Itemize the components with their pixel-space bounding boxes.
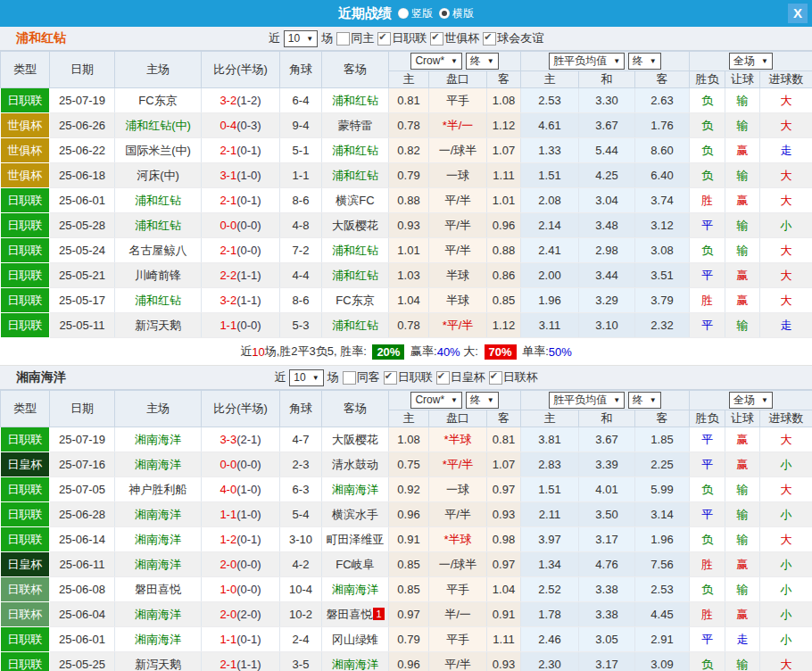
halftime-score: (0-0)	[236, 583, 261, 596]
handicap-line: 一/球半	[429, 552, 487, 577]
odds-away: 0.85	[487, 288, 521, 313]
away-team: 清水鼓动	[322, 452, 389, 477]
sub-goals: 进球数	[760, 410, 812, 427]
odds-home: 0.91	[389, 527, 429, 552]
result-cell: 平	[690, 263, 725, 288]
odds-company-select[interactable]: Crow*▼	[410, 392, 462, 409]
filter-checkbox-日联杯[interactable]: 日联杯	[489, 369, 538, 385]
halftime-score: (1-2)	[236, 94, 261, 107]
goals-cell: 小	[760, 502, 812, 527]
league-badge: 日职联	[1, 88, 50, 113]
avg-away: 6.40	[635, 163, 690, 188]
league-badge: 日联杯	[1, 602, 50, 627]
filter-checkbox-日职联[interactable]: 日职联	[384, 369, 433, 385]
match-score: 2-1(1-1)	[202, 652, 280, 671]
avg-select[interactable]: 胜平负均值▼	[549, 53, 625, 70]
checkbox-label: 日职联	[398, 369, 433, 385]
checkbox-label: 日皇杯	[451, 369, 485, 385]
match-count-select[interactable]: 10▼	[284, 30, 318, 47]
summary-text: 单率:	[519, 344, 549, 360]
goals-cell: 走	[760, 313, 812, 338]
match-count-select[interactable]: 10▼	[289, 369, 323, 386]
away-team: FC东京	[322, 288, 389, 313]
titlebar: 近期战绩 竖版 横版 X	[0, 0, 812, 27]
avg-draw: 3.44	[579, 263, 635, 288]
match-date: 25-06-26	[50, 113, 115, 138]
handicap-result-cell: 赢	[725, 188, 760, 213]
filter-checkbox-同客[interactable]: 同客	[343, 369, 380, 385]
home-team: 国际米兰(中)	[115, 138, 202, 163]
goals-cell: 小	[760, 577, 812, 602]
away-team: 浦和红钻	[322, 88, 389, 113]
layout-radio-vertical[interactable]: 竖版	[398, 6, 433, 21]
filter-checkbox-同主[interactable]: 同主	[336, 30, 374, 46]
col-date: 日期	[50, 391, 115, 427]
home-team: 湘南海洋	[115, 602, 202, 627]
avg-select[interactable]: 胜平负均值▼	[549, 392, 625, 409]
handicap-line: 一/球半	[429, 138, 487, 163]
table-row: 日职联25-06-01湘南海洋1-1(0-1)2-4冈山绿雉0.79平手1.11…	[1, 627, 812, 652]
odds-company-select[interactable]: Crow*▼	[410, 53, 462, 70]
league-badge: 日职联	[1, 627, 50, 652]
layout-radio-horizontal[interactable]: 横版	[439, 6, 474, 21]
league-badge: 日职联	[1, 288, 50, 313]
handicap-result-cell: 输	[725, 502, 760, 527]
filter-checkbox-日职联[interactable]: 日职联	[377, 30, 427, 46]
corner-count: 6-4	[280, 88, 322, 113]
odds-away: 0.88	[487, 238, 521, 263]
avg-home: 1.51	[521, 163, 579, 188]
home-team: 神户胜利船	[115, 477, 202, 502]
goals-cell: 小	[760, 213, 812, 238]
halftime-score: (2-0)	[236, 608, 261, 621]
away-team: 冈山绿雉	[322, 627, 389, 652]
avg-draw: 3.05	[579, 627, 635, 652]
avg-draw: 3.10	[579, 313, 635, 338]
away-team: 浦和红钻	[322, 138, 389, 163]
match-date: 25-06-01	[50, 627, 115, 652]
result-cell: 平	[690, 313, 725, 338]
league-badge: 日联杯	[1, 577, 50, 602]
avg-final-select-value: 终	[633, 393, 643, 408]
home-team: 湘南海洋	[115, 627, 202, 652]
league-badge: 世俱杯	[1, 163, 50, 188]
checkbox-label: 日职联	[392, 30, 427, 46]
filter-checkbox-世俱杯[interactable]: 世俱杯	[430, 30, 479, 46]
halftime-score: (0-1)	[236, 194, 261, 207]
fulltime-select[interactable]: 全场▼	[729, 53, 773, 70]
team-filterbar: 湘南海洋近10▼场同客日职联日皇杯日联杯	[0, 366, 812, 390]
result-cell: 胜	[690, 602, 725, 627]
halftime-score: (0-0)	[236, 458, 261, 471]
checkbox-icon	[336, 32, 350, 46]
home-team: 河床(中)	[115, 163, 202, 188]
odds-final-select[interactable]: 终▼	[466, 392, 499, 409]
table-row: 日职联25-05-28浦和红钻0-0(0-0)4-8大阪樱花0.93平/半0.9…	[1, 213, 812, 238]
filter-checkbox-日皇杯[interactable]: 日皇杯	[436, 369, 485, 385]
avg-home: 2.08	[521, 188, 579, 213]
fulltime-select[interactable]: 全场▼	[729, 392, 773, 409]
handicap-result-cell: 输	[725, 238, 760, 263]
halftime-score: (0-3)	[236, 119, 261, 132]
avg-away: 3.74	[635, 188, 690, 213]
filter-checkbox-球会友谊[interactable]: 球会友谊	[483, 30, 543, 46]
avg-away: 2.32	[635, 313, 690, 338]
avg-final-select[interactable]: 终▼	[628, 392, 661, 409]
fulltime-score: 2-1	[220, 244, 236, 257]
result-cell: 负	[690, 527, 725, 552]
match-count-select-value: 10	[294, 371, 305, 384]
close-button[interactable]: X	[788, 4, 808, 23]
table-row: 日职联25-05-17浦和红钻3-2(1-1)8-6FC东京1.04半球0.85…	[1, 288, 812, 313]
odds-away: 1.11	[487, 627, 521, 652]
chevron-down-icon: ▼	[487, 396, 494, 404]
corner-count: 4-2	[280, 552, 322, 577]
odds-away: 1.08	[487, 88, 521, 113]
avg-group-header: 胜平负均值▼ 终▼	[521, 52, 690, 71]
sub-result: 胜负	[690, 71, 725, 88]
col-score: 比分(半场)	[202, 52, 280, 88]
sub-odds-away: 客	[487, 71, 521, 88]
odds-final-select[interactable]: 终▼	[466, 53, 499, 70]
fulltime-score: 1-0	[220, 583, 236, 596]
avg-final-select[interactable]: 终▼	[628, 53, 661, 70]
result-cell: 负	[690, 477, 725, 502]
odds-away: 1.11	[487, 163, 521, 188]
avg-home: 1.96	[521, 288, 579, 313]
